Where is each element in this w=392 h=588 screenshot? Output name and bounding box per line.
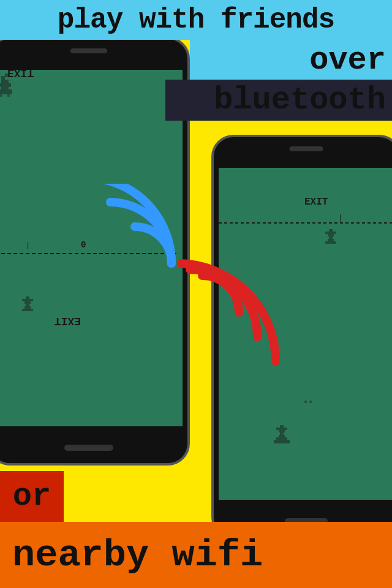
svg-rect-0 xyxy=(1,76,5,80)
svg-rect-15 xyxy=(24,301,31,304)
svg-rect-14 xyxy=(22,299,33,301)
svg-rect-3 xyxy=(0,83,11,87)
phone-left-speaker-top xyxy=(70,48,107,53)
svg-text:EXIT: EXIT xyxy=(304,197,328,208)
svg-rect-18 xyxy=(22,309,33,311)
svg-rect-32 xyxy=(279,430,285,432)
wifi-banner: nearby wifi xyxy=(0,522,392,588)
svg-rect-13 xyxy=(26,296,29,299)
svg-rect-25 xyxy=(329,236,333,239)
svg-rect-27 xyxy=(325,241,336,244)
header-bluetooth-banner: bluetooth xyxy=(165,80,392,121)
or-label: or xyxy=(13,478,51,514)
svg-rect-4 xyxy=(1,87,9,89)
nearby-wifi-label: nearby wifi xyxy=(12,533,263,577)
svg-rect-24 xyxy=(328,234,334,236)
svg-rect-7 xyxy=(7,94,10,97)
phone-right-speaker-top xyxy=(290,146,323,151)
svg-rect-34 xyxy=(279,435,285,437)
svg-rect-26 xyxy=(328,239,334,241)
svg-text:EXIT: EXIT xyxy=(7,70,34,79)
svg-text:|: | xyxy=(338,214,342,222)
svg-rect-16 xyxy=(26,304,29,306)
svg-rect-6 xyxy=(0,94,2,97)
over-label: over xyxy=(196,42,386,78)
header-top-banner: play with friends xyxy=(0,0,392,40)
play-with-friends-label: play with friends xyxy=(58,4,334,36)
bluetooth-label: bluetooth xyxy=(172,82,386,118)
svg-rect-36 xyxy=(274,440,290,443)
svg-rect-2 xyxy=(1,80,9,83)
svg-rect-5 xyxy=(0,89,12,94)
svg-rect-33 xyxy=(280,432,284,435)
svg-rect-22 xyxy=(329,229,333,232)
or-banner: or xyxy=(0,471,64,522)
svg-rect-35 xyxy=(276,437,287,440)
header-over-banner: over xyxy=(190,40,392,81)
svg-rect-17 xyxy=(24,306,31,309)
phone-left-bottom-speaker xyxy=(64,445,113,451)
svg-rect-23 xyxy=(325,232,336,234)
red-arcs xyxy=(178,257,325,429)
svg-text:|: | xyxy=(26,241,30,250)
